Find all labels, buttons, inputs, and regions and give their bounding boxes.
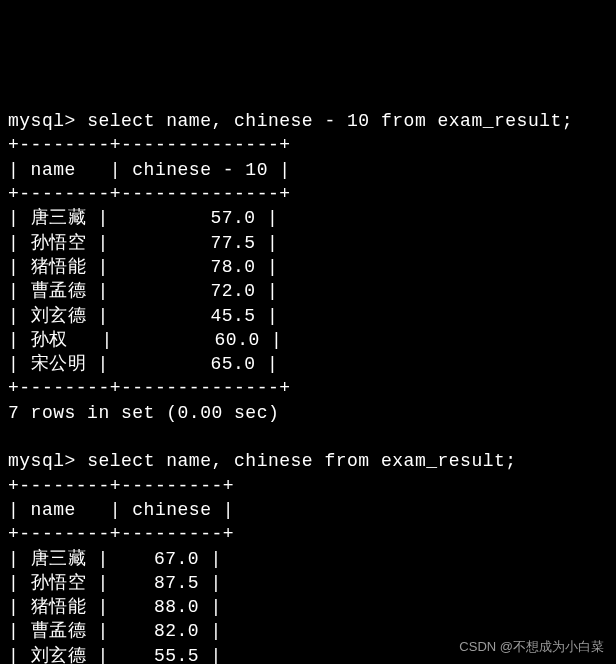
table-row: | 刘玄德 | 45.5 |: [8, 306, 278, 326]
table-header: | name | chinese |: [8, 500, 234, 520]
sql-query: select name, chinese - 10 from exam_resu…: [87, 111, 573, 131]
table-row: | 孙权 | 60.0 |: [8, 330, 282, 350]
table-row: | 宋公明 | 65.0 |: [8, 354, 278, 374]
table-row: | 孙悟空 | 77.5 |: [8, 233, 278, 253]
sql-query: select name, chinese from exam_result;: [87, 451, 516, 471]
table-row: | 刘玄德 | 55.5 |: [8, 646, 222, 664]
table-border: +--------+--------------+: [8, 378, 291, 398]
table-row: | 唐三藏 | 57.0 |: [8, 208, 278, 228]
table-header: | name | chinese - 10 |: [8, 160, 291, 180]
table-border: +--------+---------+: [8, 476, 234, 496]
table-border: +--------+---------+: [8, 524, 234, 544]
rows-summary: 7 rows in set (0.00 sec): [8, 403, 279, 423]
table-row: | 猪悟能 | 88.0 |: [8, 597, 222, 617]
mysql-prompt[interactable]: mysql> select name, chinese from exam_re…: [8, 451, 517, 471]
table-row: | 曹孟德 | 82.0 |: [8, 621, 222, 641]
terminal-output: mysql> select name, chinese - 10 from ex…: [8, 109, 608, 664]
table-row: | 孙悟空 | 87.5 |: [8, 573, 222, 593]
watermark: CSDN @不想成为小白菜: [459, 638, 604, 656]
table-row: | 曹孟德 | 72.0 |: [8, 281, 278, 301]
table-row: | 唐三藏 | 67.0 |: [8, 549, 222, 569]
table-border: +--------+--------------+: [8, 184, 291, 204]
table-row: | 猪悟能 | 78.0 |: [8, 257, 278, 277]
table-border: +--------+--------------+: [8, 135, 291, 155]
mysql-prompt[interactable]: mysql> select name, chinese - 10 from ex…: [8, 111, 573, 131]
